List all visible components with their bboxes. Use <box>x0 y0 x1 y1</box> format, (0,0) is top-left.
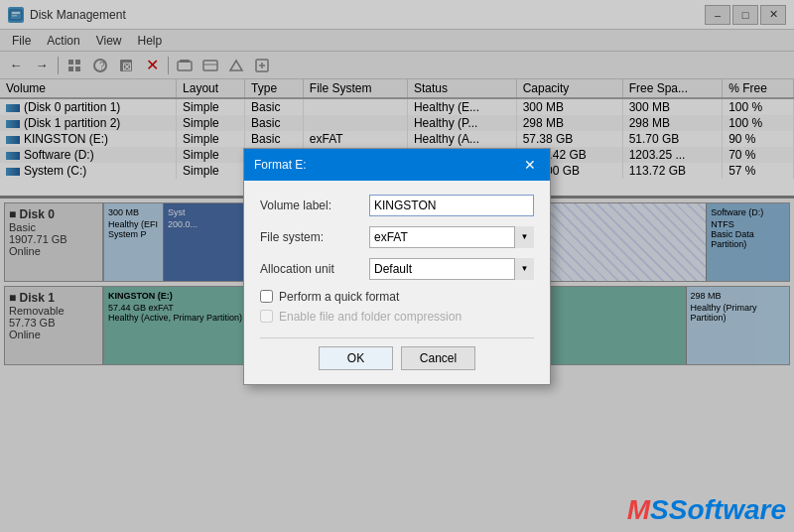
compression-row: Enable file and folder compression <box>260 310 534 324</box>
format-dialog: Format E: ✕ Volume label: File system: e… <box>243 148 551 385</box>
volume-label-row: Volume label: <box>260 195 534 216</box>
dialog-close-button[interactable]: ✕ <box>520 155 540 175</box>
allocation-unit-select[interactable]: Default 512 1024 2048 4096 <box>369 258 534 280</box>
dialog-title-text: Format E: <box>254 158 307 172</box>
file-system-label: File system: <box>260 230 369 244</box>
allocation-unit-row: Allocation unit Default 512 1024 2048 40… <box>260 258 534 280</box>
file-system-select-wrapper: exFAT FAT32 NTFS ▼ <box>369 226 534 248</box>
allocation-unit-select-wrapper: Default 512 1024 2048 4096 ▼ <box>369 258 534 280</box>
file-system-row: File system: exFAT FAT32 NTFS ▼ <box>260 226 534 248</box>
allocation-unit-label: Allocation unit <box>260 262 369 276</box>
quick-format-label: Perform a quick format <box>279 290 399 304</box>
file-system-select[interactable]: exFAT FAT32 NTFS <box>369 226 534 248</box>
dialog-title-bar: Format E: ✕ <box>244 149 550 181</box>
volume-label-input[interactable] <box>369 195 534 216</box>
dialog-buttons: OK Cancel <box>260 337 534 370</box>
dialog-overlay: Format E: ✕ Volume label: File system: e… <box>0 0 794 532</box>
cancel-button[interactable]: Cancel <box>401 346 475 370</box>
compression-label: Enable file and folder compression <box>279 310 462 324</box>
quick-format-checkbox[interactable] <box>260 290 273 303</box>
volume-label-label: Volume label: <box>260 199 369 212</box>
compression-checkbox <box>260 310 273 323</box>
quick-format-row: Perform a quick format <box>260 290 534 304</box>
ok-button[interactable]: OK <box>319 346 393 370</box>
dialog-body: Volume label: File system: exFAT FAT32 N… <box>244 181 550 384</box>
